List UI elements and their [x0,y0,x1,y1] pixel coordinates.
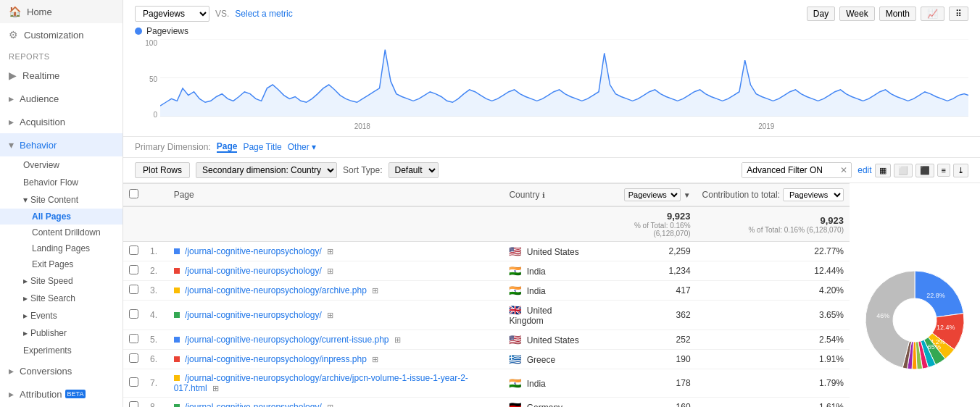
xaxis-2018: 2018 [354,122,370,130]
sidebar-sub-overview[interactable]: Overview [0,156,122,174]
filter-clear-btn[interactable]: ✕ [836,164,851,177]
page-color-indicator [174,312,180,318]
pie-chart-area: 22.8%12.4%4.2%3.65%46% [850,183,980,407]
country-name: Greece [527,355,555,365]
page-link[interactable]: /journal-cognitive-neuropsychology/ [185,310,322,320]
sidebar-item-customization[interactable]: ⚙ Customization [0,23,122,46]
row-page-cell: /journal-cognitive-neuropsychology/curre… [168,330,504,350]
row-page-cell: /journal-cognitive-neuropsychology/ ⊞ [168,301,504,330]
row-num: 5. [144,330,168,350]
primary-dimension-label: Primary Dimension: [135,142,211,152]
page-link[interactable]: /journal-cognitive-neuropsychology/ [185,402,322,407]
row-checkbox[interactable] [129,265,138,274]
row-num: 2. [144,261,168,281]
filter-edit-link[interactable]: edit [858,165,871,175]
sort-down-icon[interactable]: ▼ [684,191,691,199]
sidebar-sub-behavior-flow[interactable]: Behavior Flow [0,174,122,191]
table-row: 7. /journal-cognitive-neuropsychology/ar… [123,369,850,398]
country-name: India [527,286,546,296]
sidebar-sub-publisher[interactable]: ▸Publisher [0,324,122,342]
total-contribution: 9,923 [702,215,844,226]
acquisition-icon: ▸ [9,116,14,127]
bar-chart-btn[interactable]: ⠿ [949,7,968,21]
total-pageviews: 9,923 [597,211,691,222]
chart-yaxis: 100 50 0 [135,39,160,119]
plot-rows-button[interactable]: Plot Rows [135,162,190,178]
sidebar-sub-experiments[interactable]: Experiments [0,342,122,359]
page-color-indicator [174,404,180,407]
row-contribution: 1.79% [697,369,850,398]
sidebar-sub-sub-landing-pages[interactable]: Landing Pages [0,240,122,256]
sidebar-sub-sub-content-drilldown[interactable]: Content Drilldown [0,225,122,240]
row-checkbox[interactable] [129,334,138,343]
page-link[interactable]: /journal-cognitive-neuropsychology/curre… [185,335,389,345]
day-btn[interactable]: Day [807,7,835,21]
sidebar-sub-site-speed[interactable]: ▸Site Speed [0,272,122,290]
page-link[interactable]: /journal-cognitive-neuropsychology/inpre… [185,354,367,364]
pageviews-metric-dropdown[interactable]: Pageviews [624,188,681,201]
custom-view-btn[interactable]: ≡ [937,164,950,177]
month-btn[interactable]: Month [879,7,916,21]
table-view-btn[interactable]: ▦ [875,164,891,177]
chart-area: Pageviews VS. Select a metric Day Week M… [123,0,980,137]
line-chart-btn[interactable]: 📈 [921,7,944,21]
select-all-checkbox[interactable] [129,189,138,198]
header-page[interactable]: Page [168,184,504,207]
header-country[interactable]: Country ℹ [503,184,591,207]
row-contribution: 22.77% [697,242,850,261]
header-pageviews[interactable]: Pageviews ▼ [591,184,697,207]
row-checkbox[interactable] [129,285,138,294]
row-checkbox-cell [123,301,144,330]
row-pageviews: 252 [591,330,697,350]
chart-left-controls: Pageviews VS. Select a metric [135,6,293,22]
sidebar-sub-sub-all-pages[interactable]: All Pages [0,209,122,225]
sidebar-sub-events[interactable]: ▸Events [0,307,122,324]
row-checkbox[interactable] [129,309,138,319]
dim-other-link[interactable]: Other ▾ [288,142,316,152]
sidebar-item-conversions[interactable]: ▸ Conversions [0,359,122,382]
legend-label: Pageviews [146,26,188,36]
chart-controls: Pageviews VS. Select a metric Day Week M… [135,6,968,22]
dim-page-title-link[interactable]: Page Title [243,142,281,152]
page-color-indicator [174,356,180,362]
week-btn[interactable]: Week [839,7,874,21]
metric-dropdown[interactable]: Pageviews [135,6,209,22]
export-btn[interactable]: ⤓ [953,164,968,177]
page-link[interactable]: /journal-cognitive-neuropsychology/ [185,246,322,256]
select-metric-link[interactable]: Select a metric [235,9,292,19]
row-checkbox[interactable] [129,377,138,387]
row-checkbox-cell [123,261,144,281]
sidebar-item-attribution[interactable]: ▸ Attribution BETA [0,382,122,406]
table-row: 8. /journal-cognitive-neuropsychology/ ⊞… [123,398,850,408]
dimension-bar: Primary Dimension: Page Page Title Other… [123,137,980,158]
row-num: 7. [144,369,168,398]
sort-type-dropdown[interactable]: Default [389,162,439,178]
audience-icon: ▸ [9,93,14,104]
customization-icon: ⚙ [9,29,18,41]
sidebar-sub-site-search[interactable]: ▸Site Search [0,290,122,307]
pivot-view-btn[interactable]: ⬛ [915,164,934,177]
filter-area: ✕ edit ▦ ⬜ ⬛ ≡ ⤓ [742,162,968,178]
sidebar-sub-site-content[interactable]: ▾Site Content [0,191,122,209]
pie-label: 12.4% [937,324,955,331]
dim-page-link[interactable]: Page [217,141,238,153]
compare-view-btn[interactable]: ⬜ [894,164,913,177]
sidebar-item-acquisition[interactable]: ▸ Acquisition [0,110,122,133]
page-icon: ⊞ [327,403,333,407]
sidebar-item-behavior[interactable]: ▾ Behavior [0,133,122,156]
contribution-metric-dropdown[interactable]: Pageviews [783,188,844,201]
row-checkbox[interactable] [129,401,138,407]
row-checkbox[interactable] [129,246,138,255]
page-link[interactable]: /journal-cognitive-neuropsychology/archi… [185,285,367,295]
sidebar-item-audience[interactable]: ▸ Audience [0,87,122,110]
sidebar-sub-sub-exit-pages[interactable]: Exit Pages [0,256,122,272]
advanced-filter-box: ✕ [742,162,852,178]
sidebar-item-home[interactable]: 🏠 Home [0,0,122,23]
row-pageviews: 1,234 [591,261,697,281]
page-link[interactable]: /journal-cognitive-neuropsychology/ [185,266,322,276]
sidebar-item-realtime[interactable]: ▶ Realtime [0,64,122,87]
sort-type-label: Sort Type: [343,165,382,175]
secondary-dimension-dropdown[interactable]: Secondary dimension: Country [196,162,337,178]
filter-input[interactable] [742,163,836,177]
row-checkbox[interactable] [129,353,138,363]
